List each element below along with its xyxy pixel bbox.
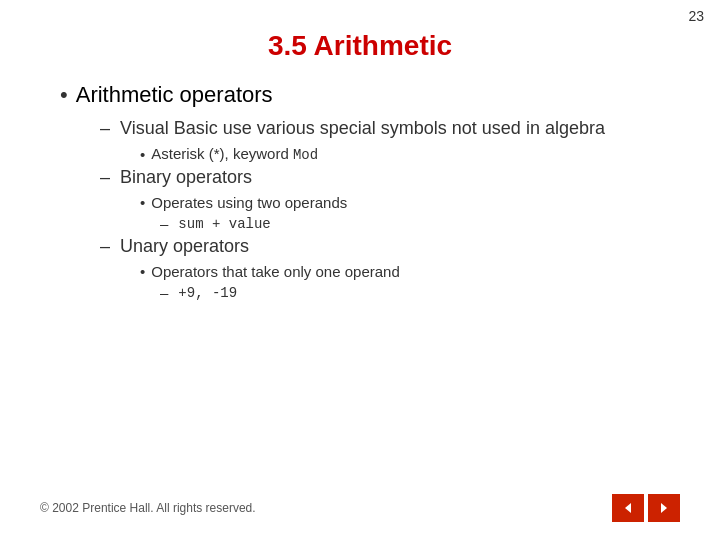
- plus9-minus19-code: +9, -19: [178, 285, 237, 301]
- next-button[interactable]: [648, 494, 680, 522]
- slide-content: • Arithmetic operators Visual Basic use …: [40, 82, 680, 301]
- prev-icon: [621, 501, 635, 515]
- level2-binary-text: Binary operators: [120, 167, 252, 188]
- level3-plus9-minus19: +9, -19: [60, 284, 680, 301]
- level2-visual-basic-text: Visual Basic use various special symbols…: [120, 118, 605, 139]
- copyright-text: © 2002 Prentice Hall. All rights reserve…: [40, 501, 256, 515]
- level1-item: • Arithmetic operators: [60, 82, 680, 108]
- one-operand-text: Operators that take only one operand: [151, 263, 400, 280]
- level2-visual-basic: Visual Basic use various special symbols…: [60, 118, 680, 139]
- mod-code: Mod: [293, 147, 318, 163]
- svg-marker-0: [625, 503, 631, 513]
- slide-footer: © 2002 Prentice Hall. All rights reserve…: [40, 494, 680, 522]
- level3-sum-value: sum + value: [60, 215, 680, 232]
- next-icon: [657, 501, 671, 515]
- bullet-dot-small: •: [140, 146, 145, 163]
- bullet-dot-small3: •: [140, 263, 145, 280]
- slide: 23 3.5 Arithmetic • Arithmetic operators…: [0, 0, 720, 540]
- level3-two-operands: • Operates using two operands: [60, 194, 680, 211]
- level2-binary: Binary operators: [60, 167, 680, 188]
- sum-value-code: sum + value: [178, 216, 270, 232]
- level2-unary: Unary operators: [60, 236, 680, 257]
- nav-buttons: [612, 494, 680, 522]
- svg-marker-1: [661, 503, 667, 513]
- bullet-dot: •: [60, 82, 68, 108]
- slide-title: 3.5 Arithmetic: [40, 30, 680, 62]
- bullet-dot-small2: •: [140, 194, 145, 211]
- level3-one-operand: • Operators that take only one operand: [60, 263, 680, 280]
- level2-unary-text: Unary operators: [120, 236, 249, 257]
- level1-label: Arithmetic operators: [76, 82, 273, 108]
- asterisk-text: Asterisk (*), keyword Mod: [151, 145, 318, 163]
- level3-asterisk: • Asterisk (*), keyword Mod: [60, 145, 680, 163]
- slide-number: 23: [688, 8, 704, 24]
- prev-button[interactable]: [612, 494, 644, 522]
- two-operands-text: Operates using two operands: [151, 194, 347, 211]
